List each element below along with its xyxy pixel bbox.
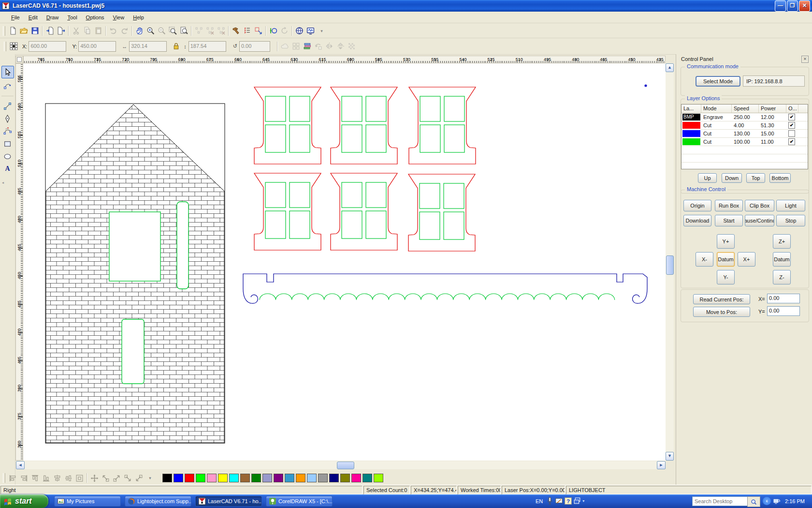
output-order-icon[interactable] bbox=[242, 26, 253, 36]
pos-y-field[interactable]: 0.00 bbox=[767, 306, 800, 316]
search-button[interactable] bbox=[747, 496, 760, 507]
layer-row[interactable]: Cut 4.00 51.30 ✔ bbox=[682, 121, 808, 130]
ruler-origin-box[interactable] bbox=[15, 56, 23, 63]
layer-color-swatch[interactable] bbox=[682, 122, 700, 129]
rectangle-tool[interactable] bbox=[2, 138, 14, 149]
layer-down-button[interactable]: Down bbox=[722, 173, 742, 183]
close-button[interactable]: ✕ bbox=[799, 0, 810, 12]
palette-color-swatch[interactable] bbox=[318, 474, 328, 482]
y-position-field[interactable]: 450.00 bbox=[78, 41, 116, 52]
align-right-icon[interactable] bbox=[18, 473, 29, 483]
palette-color-swatch[interactable] bbox=[262, 474, 272, 482]
origin-button[interactable]: Origin bbox=[683, 200, 711, 211]
free-rotate-icon[interactable] bbox=[313, 41, 324, 52]
layer-color-swatch[interactable] bbox=[682, 130, 700, 137]
layer-mode[interactable]: Engrave bbox=[701, 114, 732, 120]
align-overflow-icon[interactable]: ▾ bbox=[145, 473, 156, 483]
palette-color-swatch[interactable] bbox=[374, 474, 383, 482]
node-edit-tool[interactable] bbox=[2, 79, 14, 91]
layer-power[interactable]: 11.00 bbox=[759, 139, 786, 145]
preview-icon[interactable] bbox=[305, 26, 316, 36]
jog-z-minus-button[interactable]: Z- bbox=[773, 270, 791, 284]
help-icon[interactable] bbox=[564, 497, 572, 505]
ungroup-icon[interactable] bbox=[204, 26, 216, 36]
vertical-scrollbar[interactable]: ▲ ▼ bbox=[666, 63, 674, 461]
paste-icon[interactable] bbox=[93, 26, 104, 36]
scroll-left-icon[interactable]: ◄ bbox=[16, 461, 25, 469]
move-right-bottom-icon[interactable] bbox=[122, 473, 133, 483]
line-tool[interactable] bbox=[2, 100, 14, 112]
layer-top-button[interactable]: Top bbox=[746, 173, 765, 183]
break-apart-icon[interactable] bbox=[216, 26, 227, 36]
align-center-h-icon[interactable] bbox=[52, 473, 63, 483]
layer-row[interactable]: BMP Engrave 250.00 12.00 ✔ bbox=[682, 113, 808, 121]
layer-color-swatch[interactable]: BMP bbox=[682, 114, 700, 120]
light-button[interactable]: Light bbox=[776, 200, 805, 211]
layer-color-swatch[interactable] bbox=[682, 138, 700, 145]
import-icon[interactable] bbox=[44, 26, 56, 36]
zoom-out-icon[interactable] bbox=[156, 26, 167, 36]
lock-ratio-icon[interactable] bbox=[171, 41, 182, 52]
layer-power[interactable]: 51.30 bbox=[759, 122, 786, 128]
ellipse-tool[interactable] bbox=[2, 150, 14, 162]
start-button[interactable]: Start bbox=[715, 215, 743, 226]
taskbar-item-browser[interactable]: Lightobject.com Supp... bbox=[125, 496, 191, 507]
clip-box-button[interactable]: Clip Box bbox=[745, 200, 774, 211]
network-icon[interactable] bbox=[294, 26, 305, 36]
mirror-horizontal-icon[interactable] bbox=[324, 41, 335, 52]
layer-mode[interactable]: Cut bbox=[701, 122, 732, 128]
palette-color-swatch[interactable] bbox=[240, 474, 250, 482]
layer-speed[interactable]: 100.00 bbox=[732, 139, 759, 145]
layer-output-checkbox[interactable] bbox=[788, 130, 795, 137]
anchor-point-icon[interactable] bbox=[8, 41, 19, 52]
taskbar-clock[interactable]: 2:16 PM bbox=[785, 498, 805, 504]
x-position-field[interactable]: 600.00 bbox=[29, 41, 66, 52]
layer-power[interactable]: 12.00 bbox=[759, 114, 786, 120]
pick-tool-icon[interactable] bbox=[253, 26, 264, 36]
rotate-view-icon[interactable] bbox=[279, 26, 290, 36]
select-mode-button[interactable]: Select Mode bbox=[696, 76, 740, 87]
layer-colors-icon[interactable] bbox=[302, 41, 313, 52]
layer-table[interactable]: La... Mode Speed Power O... BMP Engrave … bbox=[681, 104, 808, 169]
bezier-tool[interactable] bbox=[2, 125, 14, 137]
width-field[interactable]: 320.14 bbox=[129, 41, 167, 52]
text-tool[interactable]: A bbox=[2, 163, 14, 175]
layer-speed[interactable]: 4.00 bbox=[732, 122, 759, 128]
jog-y-minus-button[interactable]: Y- bbox=[717, 270, 735, 284]
menu-item[interactable]: Help bbox=[129, 13, 148, 22]
layer-row[interactable]: Cut 130.00 15.00 bbox=[682, 130, 808, 138]
redo-icon[interactable] bbox=[119, 26, 130, 36]
horizontal-scroll-thumb[interactable] bbox=[337, 462, 354, 469]
palette-color-swatch[interactable] bbox=[207, 474, 217, 482]
palette-color-swatch[interactable] bbox=[307, 474, 317, 482]
layer-up-button[interactable]: Up bbox=[698, 173, 717, 183]
palette-color-swatch[interactable] bbox=[274, 474, 283, 482]
hide-tray-icons-icon[interactable]: ‹ bbox=[763, 497, 771, 505]
horizontal-scrollbar[interactable]: ◄ ► bbox=[16, 461, 666, 469]
height-field[interactable]: 187.54 bbox=[188, 41, 226, 52]
rotate-field[interactable]: 0.00 bbox=[239, 41, 270, 52]
move-left-bottom-icon[interactable] bbox=[133, 473, 145, 483]
pause-continue-button[interactable]: Pause/Continue bbox=[745, 215, 774, 226]
move-center-icon[interactable] bbox=[89, 473, 100, 483]
move-to-pos-button[interactable]: Move to Pos: bbox=[693, 307, 750, 317]
read-current-pos-button[interactable]: Read Current Pos: bbox=[693, 294, 750, 304]
select-tool[interactable] bbox=[1, 66, 14, 78]
pan-hand-icon[interactable] bbox=[134, 26, 145, 36]
taskbar-item-my-pictures[interactable]: My Pictures bbox=[54, 496, 121, 507]
export-icon[interactable] bbox=[56, 26, 67, 36]
menu-item[interactable]: Draw bbox=[42, 13, 63, 22]
menu-item[interactable]: File bbox=[7, 13, 24, 22]
language-indicator[interactable]: EN bbox=[536, 498, 543, 504]
palette-color-swatch[interactable] bbox=[229, 474, 239, 482]
array-copy-icon[interactable] bbox=[290, 41, 302, 52]
align-bottom-icon[interactable] bbox=[41, 473, 52, 483]
layer-power[interactable]: 15.00 bbox=[759, 131, 786, 136]
download-button[interactable]: Download bbox=[683, 215, 711, 226]
toolbar-overflow-icon[interactable]: ▾ bbox=[316, 26, 327, 36]
layer-output-checkbox[interactable]: ✔ bbox=[788, 114, 795, 120]
simulate-icon[interactable] bbox=[231, 26, 242, 36]
fill-pattern-icon[interactable] bbox=[346, 41, 357, 52]
align-top-icon[interactable] bbox=[29, 473, 41, 483]
palette-color-swatch[interactable] bbox=[329, 474, 339, 482]
